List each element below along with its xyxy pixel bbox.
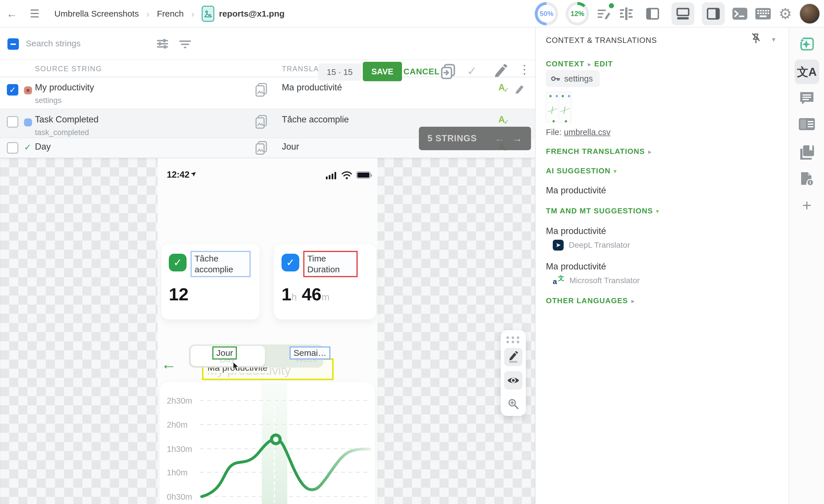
suggestion-value[interactable]: Ma productivité [546, 262, 606, 272]
select-all-checkbox[interactable] [7, 38, 19, 50]
layout-right-panel-icon[interactable] [702, 2, 725, 25]
file-info-tab-icon[interactable]: i [789, 171, 824, 186]
palette-drag-handle-icon[interactable] [506, 336, 520, 343]
translation-text[interactable]: Tâche accomplie [282, 114, 349, 125]
details-card-tab-icon[interactable] [789, 118, 824, 130]
string-key-chip[interactable]: settings [546, 70, 600, 87]
settings-sliders-icon[interactable] [156, 37, 169, 52]
edit-pencil-icon[interactable] [493, 64, 508, 80]
menu-icon[interactable]: ☰ [23, 7, 46, 20]
filter-icon[interactable] [179, 38, 191, 52]
location-arrow-icon: ➤ [189, 169, 198, 179]
translation-text[interactable]: Ma productivité [282, 82, 342, 93]
save-button[interactable]: SAVE [363, 62, 402, 81]
section-other-languages[interactable]: OTHER LANGUAGES▸ [546, 296, 635, 305]
file-reference: File: umbrella.csv [546, 127, 611, 137]
next-string-icon[interactable]: → [512, 132, 522, 144]
table-row[interactable]: ✓ My productivity settings Ma productivi… [0, 77, 535, 109]
context-edit-button[interactable]: EDIT [594, 60, 613, 68]
spellcheck-ok-icon[interactable]: A✓ [498, 82, 510, 93]
zoom-in-icon[interactable] [504, 395, 522, 413]
context-screenshot-thumbnail[interactable] [546, 92, 572, 122]
breadcrumb-language[interactable]: French [157, 9, 184, 19]
search-input[interactable] [26, 35, 146, 52]
section-french-translations[interactable]: FRENCH TRANSLATIONS▸ [546, 147, 652, 156]
cancel-button[interactable]: CANCEL [403, 67, 440, 76]
line-chart [160, 383, 375, 504]
file-link[interactable]: umbrella.csv [564, 127, 611, 137]
layout-bottom-panel-icon[interactable] [672, 2, 694, 25]
duration-value: 1h 46m [282, 284, 330, 304]
source-string[interactable]: Task Completed [35, 114, 98, 125]
duration-card: ✓ Duration Time Duration 1h 46m [274, 244, 376, 319]
toggle-left-highlight[interactable]: Jour [212, 346, 237, 360]
progress-ring-reviewed[interactable]: 50% [535, 2, 558, 25]
source-string[interactable]: Day [35, 141, 50, 152]
add-panel-icon[interactable]: + [789, 198, 824, 213]
draw-annotation-icon[interactable] [504, 348, 522, 366]
row-checkbox[interactable] [7, 116, 18, 127]
row-checkbox-checked[interactable]: ✓ [7, 84, 18, 96]
toggle-visibility-eye-icon[interactable] [504, 371, 522, 390]
translation-text[interactable]: Jour [282, 141, 299, 152]
row-checkbox[interactable] [7, 142, 18, 154]
string-key[interactable]: task_completed [35, 128, 89, 137]
mouse-cursor-icon [233, 362, 240, 373]
screenshot-preview-area[interactable]: 12:42 ➤ ← My productivity Ma productivit… [0, 158, 535, 504]
tasks-notification-dot [608, 2, 615, 9]
back-icon[interactable]: ← [0, 8, 23, 20]
layout-left-panel-icon[interactable] [641, 2, 664, 25]
edit-translation-icon[interactable] [514, 83, 526, 96]
chart-marker-icon [272, 435, 280, 444]
keyboard-icon[interactable] [755, 8, 771, 20]
progress-ring-translated[interactable]: 12% [565, 2, 589, 25]
glossary-tab-icon[interactable] [789, 145, 824, 160]
tasks-icon[interactable] [597, 6, 611, 21]
panel-dropdown-icon[interactable]: ▾ [772, 35, 776, 43]
status-badge-verified-icon: ✓ [24, 143, 32, 151]
table-view-icon[interactable] [619, 6, 634, 21]
phone-back-arrow-icon: ← [161, 355, 177, 373]
microsoft-translator-icon: a文 [553, 275, 564, 286]
key-icon [550, 74, 560, 84]
right-icon-rail: 文A i + [789, 27, 824, 504]
previous-string-icon[interactable]: ← [494, 132, 505, 144]
bulk-verify-icon[interactable]: ✓ [467, 64, 477, 78]
source-string[interactable]: My productivity [35, 82, 94, 93]
editor-toolbar: 15 · 15 SAVE CANCEL ✓ ⋮ [0, 27, 535, 60]
section-context[interactable]: CONTEXT▸ [546, 60, 591, 68]
more-options-icon[interactable]: ⋮ [518, 62, 530, 76]
ai-sparkle-icon[interactable] [789, 36, 824, 52]
section-tm-mt-suggestions[interactable]: TM AND MT SUGGESTIONS▾ [546, 207, 659, 215]
screenshots-icon[interactable] [255, 115, 268, 130]
screenshots-icon[interactable] [255, 83, 268, 98]
comments-tab-icon[interactable] [789, 91, 824, 105]
user-avatar[interactable] [799, 3, 820, 24]
string-key[interactable]: settings [35, 96, 62, 105]
translation-tab-icon[interactable]: 文A [789, 60, 824, 84]
wifi-icon [341, 171, 352, 181]
toggle-right-highlight[interactable]: Semai… [290, 346, 330, 360]
terminal-icon[interactable] [732, 7, 748, 20]
settings-gear-icon[interactable]: ⚙ [779, 5, 792, 22]
duration-label-highlight[interactable]: Time Duration [303, 251, 357, 277]
battery-icon [356, 171, 371, 179]
phone-status-time: 12:42 [167, 170, 189, 180]
unpin-panel-icon[interactable] [750, 33, 761, 46]
breadcrumb-project[interactable]: Umbrella Screenshots [55, 9, 139, 19]
status-badge-untranslated-icon [24, 86, 32, 94]
panel-title: CONTEXT & TRANSLATIONS [546, 36, 657, 45]
task-label-highlight[interactable]: Tâche accomplie [191, 251, 250, 277]
section-ai-suggestion[interactable]: AI SUGGESTION▾ [546, 167, 617, 175]
phone-screenshot[interactable]: 12:42 ➤ ← My productivity Ma productivit… [158, 158, 377, 504]
status-badge-unverified-icon [24, 118, 32, 126]
breadcrumb-file[interactable]: reports@x1.png [219, 9, 284, 19]
chevron-right-icon: › [191, 8, 194, 19]
spellcheck-ok-icon[interactable]: A✓ [498, 114, 510, 125]
duplicate-icon[interactable] [441, 64, 455, 81]
suggestion-value[interactable]: Ma productivité [546, 226, 606, 236]
ai-suggestion-value[interactable]: Ma productivité [546, 185, 606, 196]
tasks-card: ✓ Completed Tâche accomplie 12 [162, 244, 260, 319]
screenshots-icon[interactable] [255, 141, 268, 157]
context-translations-panel: CONTEXT & TRANSLATIONS ▾ CONTEXT▸ EDIT s… [535, 27, 789, 504]
